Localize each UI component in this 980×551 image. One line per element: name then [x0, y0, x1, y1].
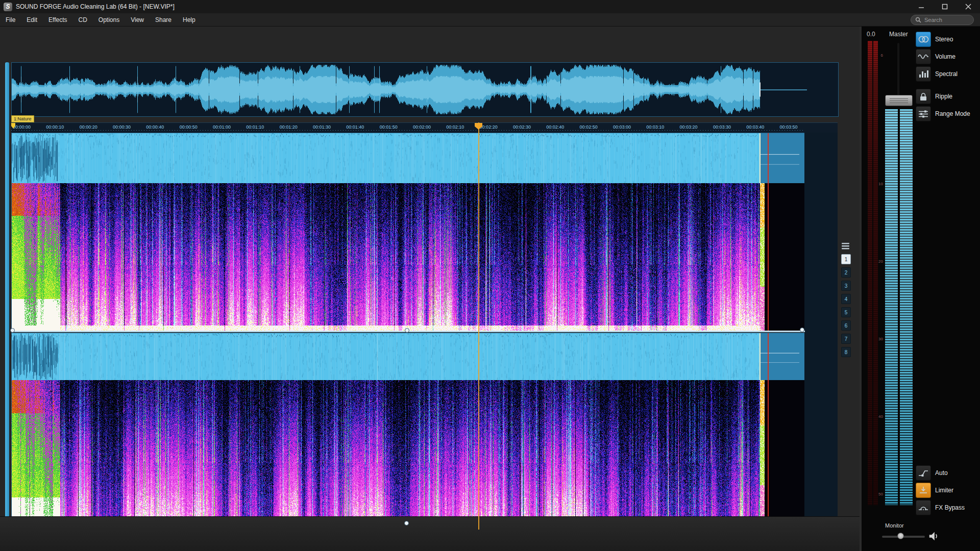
auto-curve-icon	[918, 469, 928, 477]
track-selector-column: 12345678	[841, 242, 851, 360]
menu-item-help[interactable]: Help	[177, 13, 201, 27]
ruler-label: 00:00:50	[180, 124, 198, 130]
volume-label[interactable]: Volume	[935, 53, 955, 60]
track-select-button[interactable]: 1	[841, 254, 851, 264]
spectral-mode-button[interactable]	[916, 66, 931, 82]
ruler-label: 00:02:00	[413, 124, 431, 130]
ripple-button[interactable]	[916, 89, 931, 104]
minimize-icon	[918, 4, 924, 10]
spectrogram-channel-right[interactable]	[11, 333, 805, 531]
ruler-label: 00:00:00	[13, 124, 31, 130]
window-title: SOUND FORGE Audio Cleaning Lab (64 Bit) …	[16, 3, 175, 10]
spectral-label[interactable]: Spectral	[935, 70, 958, 78]
fx-bypass-button[interactable]	[916, 500, 931, 515]
envelope-handle[interactable]	[405, 328, 409, 333]
menu-item-effects[interactable]: Effects	[43, 13, 72, 27]
timeline-ruler[interactable]: 00:00:0000:00:1000:00:2000:00:3000:00:40…	[11, 122, 838, 133]
search-box[interactable]	[911, 15, 974, 25]
menu-item-view[interactable]: View	[125, 13, 150, 27]
maximize-icon	[942, 4, 948, 10]
overview-waveform[interactable]	[11, 62, 839, 117]
volume-mode-button[interactable]	[916, 49, 931, 64]
ripple-label[interactable]: Ripple	[935, 93, 952, 100]
peak-meter-right	[873, 41, 878, 505]
ruler-label: 00:00:20	[80, 124, 97, 130]
peak-meter-left	[868, 41, 872, 505]
ripple-row: Ripple	[916, 89, 952, 104]
ruler-label: 00:03:20	[680, 124, 698, 130]
ruler-label: 00:03:30	[713, 124, 731, 130]
peak-level-readout: 0.0	[867, 31, 885, 38]
stereo-label[interactable]: Stereo	[935, 36, 953, 43]
menu-bar: File Edit Effects CD Options View Share …	[0, 13, 980, 27]
menu-item-file[interactable]: File	[0, 13, 21, 27]
track-select-button[interactable]: 6	[841, 320, 851, 331]
close-button[interactable]	[957, 0, 980, 13]
ruler-label: 00:03:40	[746, 124, 764, 130]
ruler-label: 00:01:30	[313, 124, 331, 130]
limiter-button[interactable]	[916, 483, 931, 498]
menu-item-cd[interactable]: CD	[73, 13, 93, 27]
app-window: S SOUND FORGE Audio Cleaning Lab (64 Bit…	[0, 0, 980, 551]
auto-row: Auto	[916, 465, 948, 481]
ruler-label: 00:01:10	[246, 124, 264, 130]
ruler-label: 00:00:30	[113, 124, 131, 130]
ruler-label: 00:03:50	[780, 124, 798, 130]
range-mode-label[interactable]: Range Mode	[935, 110, 970, 117]
stereo-mode-button[interactable]	[916, 32, 931, 47]
spectrogram-channel-left[interactable]	[11, 133, 805, 332]
stereo-icon	[918, 35, 929, 43]
fx-bypass-row: FX Bypass	[916, 500, 965, 515]
app-logo-icon: S	[4, 3, 12, 11]
ruler-label: 00:01:50	[380, 124, 398, 130]
limiter-row: Limiter	[916, 483, 953, 498]
menu-item-share[interactable]: Share	[150, 13, 177, 27]
track-list-icon	[841, 242, 850, 250]
monitor-label: Monitor	[885, 522, 904, 529]
range-mode-button[interactable]	[916, 106, 931, 121]
track-select-button[interactable]: 5	[841, 307, 851, 317]
empty-timeline-area	[804, 133, 838, 530]
minimize-button[interactable]	[910, 0, 933, 13]
search-input[interactable]	[924, 17, 967, 23]
auto-button[interactable]	[916, 465, 931, 481]
range-sliders-icon	[918, 110, 928, 118]
monitor-slider-knob[interactable]	[897, 533, 904, 539]
spectral-mode-row: Spectral	[916, 66, 958, 82]
maximize-button[interactable]	[933, 0, 957, 13]
stereo-mode-row: Stereo	[916, 32, 953, 47]
master-fader-knob[interactable]	[885, 95, 913, 106]
ruler-label: 00:00:10	[46, 124, 64, 130]
spectrum-bars-icon	[918, 70, 928, 78]
envelope-handle[interactable]	[404, 521, 409, 525]
workspace: 1:Nature 00:00:0000:00:1000:00:2000:00:3…	[0, 27, 860, 516]
ruler-label: 00:03:10	[646, 124, 664, 130]
master-fader-track[interactable]	[897, 43, 899, 98]
envelope-handle[interactable]	[10, 328, 15, 333]
ruler-label: 00:02:40	[546, 124, 564, 130]
limiter-label[interactable]: Limiter	[935, 487, 953, 494]
ruler-label: 00:02:30	[513, 124, 531, 130]
speaker-icon[interactable]	[928, 531, 939, 542]
close-icon	[965, 4, 971, 10]
track-select-button[interactable]: 4	[841, 294, 851, 304]
playhead-cursor[interactable]	[478, 122, 479, 530]
menu-item-edit[interactable]: Edit	[21, 13, 43, 27]
meter-scale-label: 50	[875, 492, 883, 496]
ruler-label: 00:01:40	[346, 124, 364, 130]
master-panel-title: Master	[889, 31, 908, 38]
envelope-handle[interactable]	[800, 328, 804, 332]
transport-bar: ✂ ⚑	[0, 516, 860, 551]
clip-name-tag[interactable]: 1:Nature	[11, 115, 34, 122]
track-select-button[interactable]: 2	[841, 267, 851, 278]
waveform-icon	[918, 53, 929, 61]
ruler-label: 00:02:50	[580, 124, 598, 130]
fx-bypass-label[interactable]: FX Bypass	[935, 504, 965, 511]
auto-label[interactable]: Auto	[935, 469, 948, 477]
menu-item-options[interactable]: Options	[93, 13, 125, 27]
vertical-scrollbar[interactable]	[5, 62, 9, 527]
track-select-button[interactable]: 3	[841, 281, 851, 291]
track-select-button[interactable]: 7	[841, 334, 851, 344]
meter-scale-label: 40	[875, 414, 883, 419]
track-select-button[interactable]: 8	[841, 347, 851, 357]
